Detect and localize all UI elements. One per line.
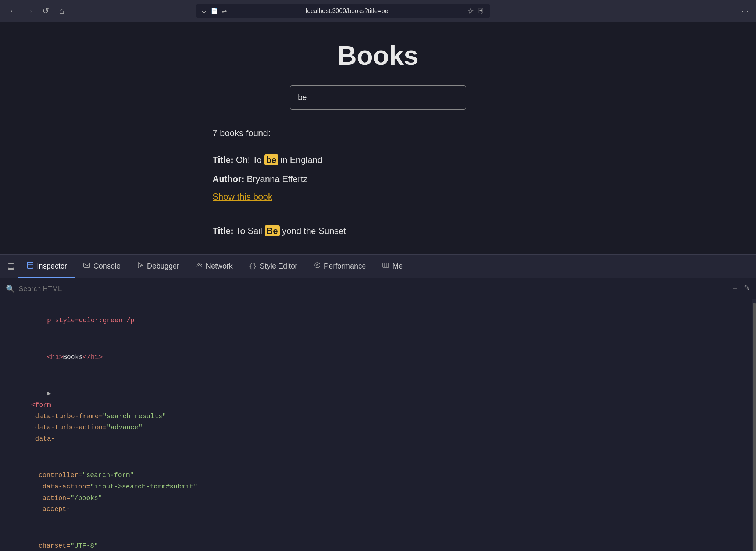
tab-icon: 📄 — [211, 7, 218, 14]
author-label-1: Author: — [213, 174, 245, 184]
book-title-1: Title: Oh! To be in England — [213, 153, 543, 167]
title-post-2: yond the Sunset — [282, 226, 346, 236]
html-search-input[interactable] — [19, 285, 728, 293]
console-label: Console — [93, 262, 120, 270]
attr-data-action: data-action= — [39, 483, 90, 490]
page-content: Books 7 books found: Title: Oh! To be in… — [0, 22, 756, 254]
attr-data-turbo-frame: data-turbo-frame= — [31, 413, 103, 420]
style-editor-icon: {} — [249, 262, 257, 270]
debugger-label: Debugger — [147, 262, 179, 270]
attr-controller-val: controller= — [39, 472, 82, 479]
svg-rect-2 — [27, 262, 33, 268]
tree-line-faded: p style=color:green /p — [0, 302, 756, 339]
search-icon: 🔍 — [6, 284, 15, 293]
search-bar-actions: ＋ ✎ — [731, 284, 750, 294]
style-editor-label: Style Editor — [260, 262, 297, 270]
svg-rect-10 — [383, 263, 389, 267]
network-label: Network — [206, 262, 233, 270]
book-entry-2: Title: To Sail Be yond the Sunset — [213, 224, 543, 243]
extension-icon[interactable]: ⛨ — [478, 7, 485, 15]
console-icon — [83, 262, 90, 271]
title-pre-1: Oh! To — [236, 155, 264, 165]
book-title-2: Title: To Sail Be yond the Sunset — [213, 224, 543, 238]
tab-debugger[interactable]: Debugger — [129, 255, 188, 278]
tag-form: <form — [31, 401, 51, 409]
tree-line-form[interactable]: ▶ <form data-turbo-frame="search_results… — [0, 376, 756, 457]
performance-icon — [314, 262, 321, 271]
browser-chrome: ← → ↺ ⌂ 🛡 📄 ⇌ localhost:3000/books?title… — [0, 0, 756, 22]
attr-action-books: "/books" — [70, 494, 102, 502]
attr-turbo-action-val: "advance" — [107, 424, 142, 431]
title-label-2: Title: — [213, 226, 233, 236]
scrollbar-track[interactable] — [752, 299, 756, 551]
tab-inspector[interactable]: Inspector — [18, 255, 75, 278]
svg-rect-0 — [8, 264, 14, 268]
url-icon: ⇌ — [222, 7, 227, 14]
title-pre-2: To Sail — [236, 226, 265, 236]
results-count: 7 books found: — [213, 128, 543, 138]
shield-icon: 🛡 — [201, 8, 207, 14]
network-icon — [196, 262, 203, 271]
tree-line-form-cont: controller="search-form" data-action="in… — [0, 457, 756, 528]
cursor-tool[interactable] — [4, 255, 18, 278]
title-label-1: Title: — [213, 155, 233, 165]
title-highlight-1: be — [264, 154, 278, 165]
page-title: Books — [338, 40, 418, 71]
tab-console[interactable]: Console — [75, 255, 128, 278]
attr-data-controller: data- — [31, 435, 55, 442]
add-node-icon[interactable]: ＋ — [731, 284, 739, 294]
book-entry-1: Title: Oh! To be in England Author: Brya… — [213, 153, 543, 213]
attr-charset-val: "UTF-8" — [70, 542, 98, 550]
tab-style-editor[interactable]: {} Style Editor — [241, 255, 306, 278]
tab-performance[interactable]: Performance — [306, 255, 374, 278]
attr-controller-str: "search-form" — [82, 472, 134, 479]
memory-icon — [382, 262, 389, 271]
book-author-1: Author: Bryanna Effertz — [213, 172, 543, 186]
tab-memory[interactable]: Me — [374, 255, 411, 278]
scrollbar-thumb[interactable] — [753, 303, 756, 551]
tree-line-h1[interactable]: <h1>Books</h1> — [0, 339, 756, 376]
attr-action-val: "input->search-form#submit" — [90, 483, 197, 490]
devtools-tabs: Inspector Console Debugger — [0, 255, 756, 278]
nav-buttons: ← → ↺ ⌂ — [7, 5, 68, 17]
star-icon[interactable]: ☆ — [467, 7, 474, 15]
svg-rect-4 — [84, 263, 90, 267]
extensions-icon[interactable]: ⋯ — [741, 7, 749, 15]
pick-element-icon[interactable]: ✎ — [744, 284, 750, 294]
attr-action: action= — [39, 494, 70, 502]
attr-charset: charset= — [39, 542, 70, 550]
browser-right-icons: ⋯ — [741, 7, 749, 15]
tag-h1-open: <h1> — [47, 353, 63, 361]
tag-p-style: p style=color:green /p — [47, 317, 135, 324]
back-button[interactable]: ← — [7, 5, 19, 17]
title-post-1: in England — [281, 155, 322, 165]
address-bar[interactable]: 🛡 📄 ⇌ localhost:3000/books?title=be ☆ ⛨ — [196, 4, 490, 18]
html-tree: p style=color:green /p <h1>Books</h1> ▶ … — [0, 299, 756, 551]
attr-turbo-frame-val: "search_results" — [103, 413, 166, 420]
attr-turbo-action: data-turbo-action= — [31, 424, 107, 431]
title-highlight-2: Be — [265, 225, 280, 236]
home-button[interactable]: ⌂ — [56, 5, 68, 17]
search-input[interactable] — [290, 85, 466, 110]
author-name-1: Bryanna Effertz — [247, 174, 307, 184]
show-book-link-1[interactable]: Show this book — [213, 192, 272, 202]
tag-h1-close: </h1> — [83, 353, 103, 361]
debugger-icon — [137, 262, 144, 271]
inspector-icon — [26, 262, 34, 271]
performance-label: Performance — [324, 262, 366, 270]
inspector-label: Inspector — [37, 262, 67, 270]
html-search-bar: 🔍 ＋ ✎ — [0, 278, 756, 299]
address-text: localhost:3000/books?title=be — [230, 7, 464, 15]
attr-accept: accept- — [39, 505, 70, 513]
h1-content: Books — [63, 353, 83, 361]
memory-label: Me — [392, 262, 403, 270]
forward-button[interactable]: → — [24, 5, 35, 17]
form-triangle[interactable]: ▶ — [47, 390, 51, 397]
tree-line-form-cont2: charset="UTF-8" method="get" >…</form> e… — [0, 527, 756, 551]
devtools-panel: Inspector Console Debugger — [0, 254, 756, 551]
refresh-button[interactable]: ↺ — [40, 5, 51, 17]
tab-network[interactable]: Network — [188, 255, 241, 278]
